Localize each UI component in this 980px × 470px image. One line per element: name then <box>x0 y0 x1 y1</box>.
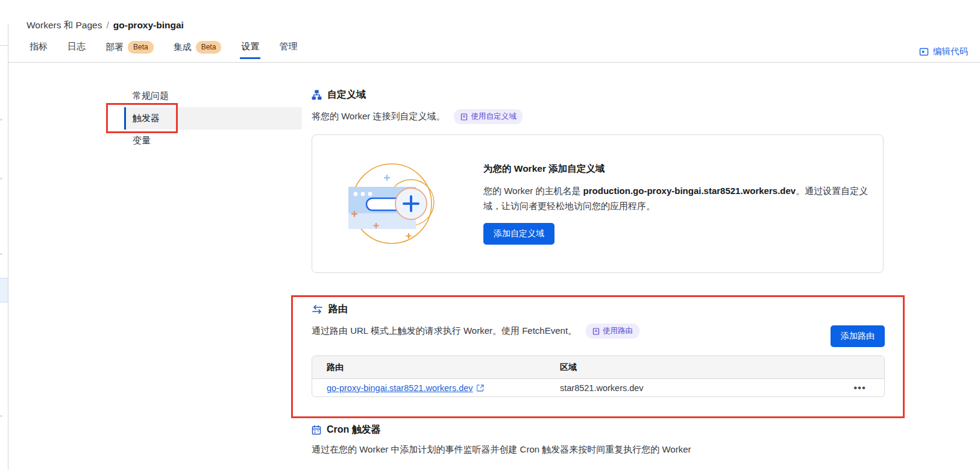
tab-integrations[interactable]: 集成 Beta <box>172 40 223 60</box>
routes-arrows-icon <box>312 305 323 314</box>
custom-domains-section: 自定义域 将您的 Worker 连接到自定义域。 使用自定义域 <box>312 89 884 273</box>
sidenav-label: 触发器 <box>133 113 160 123</box>
tab-label: 集成 <box>174 42 192 53</box>
sidenav-label: 常规问题 <box>133 90 169 101</box>
tab-label: 指标 <box>30 41 48 52</box>
cron-description: 通过在您的 Worker 中添加计划的事件监听器并创建 Cron 触发器来按时间… <box>312 444 691 456</box>
custom-domain-illustration <box>338 152 441 255</box>
breadcrumb-root[interactable]: Workers 和 Pages <box>27 20 102 30</box>
left-sidebar-item-stub <box>0 415 2 417</box>
sidenav-item-variables[interactable]: 变量 <box>124 130 302 152</box>
tab-manage[interactable]: 管理 <box>278 40 298 59</box>
beta-badge: Beta <box>196 41 222 54</box>
tab-label: 日志 <box>68 41 86 52</box>
left-sidebar-item-stub <box>0 253 2 255</box>
routes-table: 路由 区域 go-proxy-bingai.star8521.workers.d… <box>312 356 885 397</box>
sidenav-label: 变量 <box>133 135 151 145</box>
tab-metrics[interactable]: 指标 <box>28 40 49 59</box>
custom-domain-card: 为您的 Worker 添加自定义域 您的 Worker 的主机名是 produc… <box>312 134 884 273</box>
custom-domains-description: 将您的 Worker 连接到自定义域。 <box>312 111 445 122</box>
add-custom-domain-button[interactable]: 添加自定义域 <box>483 223 554 245</box>
left-sidebar-selected-item[interactable] <box>0 278 8 302</box>
routes-table-header: 路由 区域 <box>312 356 884 379</box>
tab-label: 设置 <box>241 41 259 52</box>
column-header-zone: 区域 <box>560 362 884 373</box>
external-link-icon <box>477 384 484 392</box>
route-url: go-proxy-bingai.star8521.workers.dev <box>327 383 473 393</box>
left-sidebar-divider-tick <box>0 45 8 46</box>
docs-icon <box>592 328 600 335</box>
routes-section: 路由 通过路由 URL 模式上触发的请求执行 Worker。使用 FetchEv… <box>312 303 885 339</box>
section-title-cron: Cron 触发器 <box>327 424 381 436</box>
docs-icon <box>460 113 468 121</box>
tab-label: 管理 <box>279 41 297 52</box>
card-body: 您的 Worker 的主机名是 production.go-proxy-bing… <box>483 184 881 214</box>
column-header-route: 路由 <box>312 362 560 373</box>
tab-logs[interactable]: 日志 <box>66 40 87 59</box>
sitemap-icon <box>312 90 322 100</box>
left-sidebar-item-stub <box>0 119 2 121</box>
section-title-custom-domains: 自定义域 <box>327 89 366 101</box>
routes-description: 通过路由 URL 模式上触发的请求执行 Worker。使用 FetchEvent… <box>312 325 577 337</box>
add-route-button[interactable]: 添加路由 <box>831 325 885 347</box>
calendar-icon <box>312 425 321 435</box>
edit-code-label: 编辑代码 <box>933 46 968 57</box>
left-sidebar-item-stub <box>0 178 2 180</box>
workers-settings-page: Workers 和 Pages/go-proxy-bingai 指标 日志 部署… <box>0 0 980 470</box>
tab-deployments[interactable]: 部署 Beta <box>104 40 155 60</box>
worker-hostname: production.go-proxy-bingai.star8521.work… <box>583 186 796 196</box>
tab-settings[interactable]: 设置 <box>240 40 260 59</box>
card-body-prefix: 您的 Worker 的主机名是 <box>483 186 583 196</box>
breadcrumb-separator: / <box>106 20 108 30</box>
edit-code-button[interactable]: 编辑代码 <box>919 46 968 57</box>
zone-value: star8521.workers.dev <box>560 383 884 393</box>
breadcrumb-current: go-proxy-bingai <box>113 20 184 30</box>
sidenav-item-triggers[interactable]: 触发器 <box>124 107 302 130</box>
left-sidebar-divider <box>8 24 8 470</box>
badge-label: 使用自定义域 <box>471 111 516 122</box>
settings-side-nav: 常规问题 触发器 变量 <box>124 85 302 152</box>
tab-label: 部署 <box>105 42 124 53</box>
card-title: 为您的 Worker 添加自定义域 <box>483 163 881 175</box>
beta-badge: Beta <box>128 41 154 54</box>
sidenav-item-general[interactable]: 常规问题 <box>124 85 302 107</box>
section-title-routes: 路由 <box>328 303 348 316</box>
badge-label: 使用路由 <box>603 326 633 336</box>
route-link[interactable]: go-proxy-bingai.star8521.workers.dev <box>327 383 484 393</box>
use-custom-domains-badge[interactable]: 使用自定义域 <box>454 109 523 124</box>
use-routes-badge[interactable]: 使用路由 <box>586 324 639 339</box>
cron-triggers-section: Cron 触发器 通过在您的 Worker 中添加计划的事件监听器并创建 Cro… <box>312 424 885 456</box>
tab-bar: 指标 日志 部署 Beta 集成 Beta 设置 管理 <box>8 40 980 63</box>
table-row: go-proxy-bingai.star8521.workers.dev sta… <box>312 379 884 396</box>
breadcrumb: Workers 和 Pages/go-proxy-bingai <box>27 19 184 32</box>
edit-code-icon <box>919 47 929 57</box>
